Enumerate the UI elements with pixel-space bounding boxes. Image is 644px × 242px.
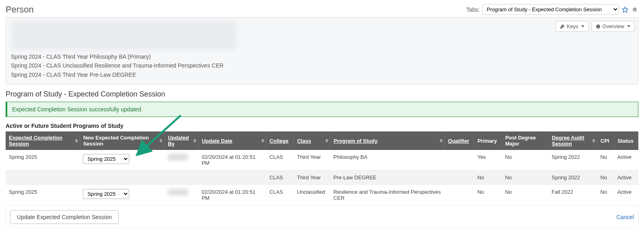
cell-qualifier xyxy=(445,150,474,170)
table-row: CLAS Third Year Pre-Law DEGREE No No Spr… xyxy=(6,170,638,185)
cell-qualifier xyxy=(445,185,474,205)
cell-primary: No xyxy=(474,185,502,205)
cell-college: CLAS xyxy=(266,150,293,170)
cell-pos: Philosophy BA xyxy=(330,150,444,170)
svg-rect-3 xyxy=(598,25,598,26)
cell-degree-audit: Spring 2022 xyxy=(549,150,597,170)
cell-ecs: Spring 2025 xyxy=(6,185,80,205)
svg-rect-2 xyxy=(598,26,598,28)
cell-status: Active xyxy=(614,170,638,185)
new-ecs-select[interactable]: Spring 2025 xyxy=(83,189,129,199)
col-qualifier[interactable]: Qualifier xyxy=(448,138,469,144)
table-subtitle: Active or Future Student Programs of Stu… xyxy=(6,123,638,129)
cancel-link[interactable]: Cancel xyxy=(616,214,634,220)
col-class[interactable]: Class xyxy=(297,138,311,144)
cell-college: CLAS xyxy=(266,185,293,205)
cell-pos: Resilience and Trauma-Informed Perspecti… xyxy=(330,185,444,205)
overview-label: Overview xyxy=(603,23,624,29)
tabs-label: Tabs: xyxy=(466,6,480,13)
update-ecs-button[interactable]: Update Expected Completion Session xyxy=(10,210,119,224)
table-row: Spring 2025 Spring 2025 02/20/2024 at 01… xyxy=(6,185,638,205)
col-new-ecs: New Expected Completion Session xyxy=(83,135,149,147)
cell-update-date xyxy=(198,170,266,185)
chevron-down-icon xyxy=(627,25,630,27)
success-alert: Expected Completion Session successfully… xyxy=(6,102,638,117)
col-program-of-study[interactable]: Program of Study xyxy=(334,138,378,144)
col-expected-completion[interactable]: Expected Completion Session xyxy=(9,135,62,147)
program-line: Spring 2024 - CLAS Third Year Pre-Law DE… xyxy=(11,70,633,79)
cell-ecs xyxy=(6,170,80,185)
svg-marker-0 xyxy=(622,7,627,12)
cell-post-degree: No xyxy=(502,185,549,205)
page-title: Person xyxy=(6,4,34,15)
col-cpi: CPI xyxy=(601,138,609,144)
person-info-panel: Keys Overview Spring 2024 - CLAS Third Y… xyxy=(6,17,638,84)
star-icon[interactable] xyxy=(621,6,629,13)
col-primary: Primary xyxy=(477,138,497,144)
new-ecs-select[interactable]: Spring 2025 xyxy=(83,154,129,164)
cell-class: Third Year xyxy=(294,170,330,185)
program-line: Spring 2024 - CLAS Unclassified Resilien… xyxy=(11,61,633,70)
col-post-degree: Post Degree Major xyxy=(505,135,536,147)
section-title: Program of Study - Expected Completion S… xyxy=(6,90,638,98)
sort-icon[interactable] xyxy=(193,139,196,143)
cell-class: Third Year xyxy=(294,150,330,170)
cell-primary: Yes xyxy=(474,150,502,170)
sort-icon[interactable] xyxy=(592,139,595,143)
table-row: Spring 2025 Spring 2025 02/20/2024 at 01… xyxy=(6,150,638,170)
cell-post-degree: No xyxy=(502,170,549,185)
col-updated-by[interactable]: Updated By xyxy=(168,135,189,147)
tabs-select[interactable]: Program of Study - Expected Completion S… xyxy=(482,4,619,15)
cell-status: Active xyxy=(614,185,638,205)
program-line: Spring 2024 - CLAS Third Year Philosophy… xyxy=(11,52,633,61)
cell-pos: Pre-Law DEGREE xyxy=(330,170,444,185)
redacted-updated-by xyxy=(168,189,188,195)
cell-ecs: Spring 2025 xyxy=(6,150,80,170)
redacted-person-header xyxy=(11,22,236,50)
cell-status: Active xyxy=(614,150,638,170)
info-icon xyxy=(596,24,601,29)
sort-icon[interactable] xyxy=(440,139,443,143)
cell-primary: No xyxy=(474,170,502,185)
cell-update-date: 02/20/2024 at 01:20:51 PM xyxy=(198,185,266,205)
cell-cpi: No xyxy=(597,170,614,185)
cell-cpi: No xyxy=(597,185,614,205)
cell-degree-audit: Spring 2022 xyxy=(549,170,597,185)
keys-button[interactable]: Keys xyxy=(555,21,589,32)
chevron-down-icon xyxy=(581,25,584,27)
col-degree-audit[interactable]: Degree Audit Session xyxy=(552,135,584,147)
keys-label: Keys xyxy=(567,23,578,29)
cell-cpi: No xyxy=(597,150,614,170)
cell-post-degree: No xyxy=(502,150,549,170)
redacted-updated-by xyxy=(168,154,188,160)
cell-update-date: 02/20/2024 at 01:20:51 PM xyxy=(198,150,266,170)
cell-qualifier xyxy=(445,170,474,185)
cell-class: Unclassified xyxy=(294,185,330,205)
overview-button[interactable]: Overview xyxy=(591,21,635,32)
cell-degree-audit: Fall 2022 xyxy=(549,185,597,205)
col-college[interactable]: College xyxy=(270,138,289,144)
key-icon xyxy=(560,24,565,29)
col-status: Status xyxy=(617,138,634,144)
home-icon[interactable] xyxy=(631,6,638,13)
sort-icon[interactable] xyxy=(159,139,163,143)
sort-icon[interactable] xyxy=(75,139,78,143)
programs-table: Expected Completion Session New Expected… xyxy=(6,131,638,205)
sort-icon[interactable] xyxy=(261,139,264,143)
sort-icon[interactable] xyxy=(325,139,328,143)
cell-college: CLAS xyxy=(266,170,293,185)
col-update-date[interactable]: Update Date xyxy=(202,138,232,144)
